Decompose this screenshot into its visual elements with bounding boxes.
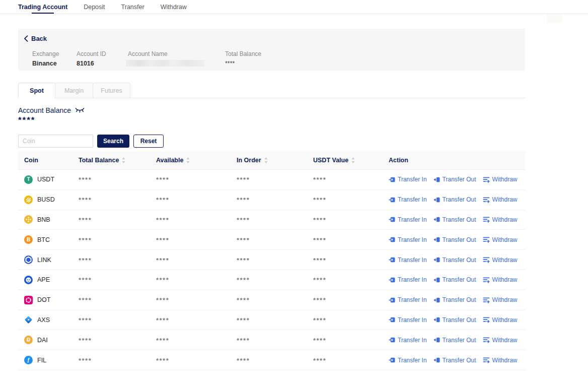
transfer-in-link[interactable]: Transfer In <box>389 337 427 344</box>
sort-carets-icon[interactable] <box>264 157 268 164</box>
transfer-in-link[interactable]: Transfer In <box>389 196 427 203</box>
transfer-in-link[interactable]: Transfer In <box>389 357 427 364</box>
withdraw-icon <box>483 176 490 183</box>
transfer-in-link[interactable]: Transfer In <box>389 176 427 183</box>
table-row-link: LINK **** **** **** **** Transfer In <box>18 250 525 270</box>
masked-value: **** <box>313 316 326 324</box>
coin-cell: ƒ FIL <box>18 356 79 364</box>
transfer-out-link[interactable]: Transfer Out <box>433 357 476 364</box>
coin-glyph: B <box>27 237 30 242</box>
column-header-available[interactable]: Available <box>156 157 237 164</box>
withdraw-link[interactable]: Withdraw <box>483 276 518 283</box>
action-label: Transfer Out <box>443 337 476 344</box>
transfer-in-icon <box>389 236 395 243</box>
tab-spot[interactable]: Spot <box>18 83 55 98</box>
masked-value: **** <box>79 236 92 244</box>
transfer-out-icon <box>433 316 440 323</box>
transfer-in-link[interactable]: Transfer In <box>389 276 427 283</box>
transfer-out-link[interactable]: Transfer Out <box>433 236 476 243</box>
transfer-out-link[interactable]: Transfer Out <box>433 316 476 324</box>
table-row-usdt: T USDT **** **** **** **** Transfer In <box>18 170 525 190</box>
eye-closed-icon[interactable] <box>75 107 85 114</box>
account-header-card: Back Exchange Binance Account ID 81016 A… <box>18 29 525 71</box>
account-field-value: Binance <box>32 60 77 67</box>
masked-value: **** <box>79 216 92 224</box>
withdraw-link[interactable]: Withdraw <box>483 357 518 364</box>
transfer-out-link[interactable]: Transfer Out <box>433 196 476 203</box>
action-cell: Transfer In Transfer Out Withdra <box>389 176 525 183</box>
blurred-artifact <box>547 14 562 23</box>
transfer-out-link[interactable]: Transfer Out <box>433 296 476 303</box>
withdraw-link[interactable]: Withdraw <box>483 176 518 183</box>
nav-item-withdraw[interactable]: Withdraw <box>161 0 187 14</box>
withdraw-link[interactable]: Withdraw <box>483 196 518 203</box>
transfer-out-link[interactable]: Transfer Out <box>433 216 476 223</box>
transfer-out-icon <box>433 357 440 363</box>
transfer-in-link[interactable]: Transfer In <box>389 257 427 264</box>
transfer-in-link[interactable]: Transfer In <box>389 296 427 303</box>
coin-symbol: FIL <box>37 357 46 364</box>
nav-item-trading-account[interactable]: Trading Account <box>18 0 67 14</box>
transfer-out-icon <box>433 257 440 263</box>
masked-value: **** <box>237 216 250 224</box>
fil-coin-icon: ƒ <box>24 356 33 364</box>
sort-carets-icon[interactable] <box>121 157 126 164</box>
transfer-out-icon <box>433 277 440 283</box>
table-header-row: Coin Total Balance Available In Order US… <box>18 151 525 170</box>
column-header-total-balance[interactable]: Total Balance <box>79 157 156 164</box>
transfer-out-link[interactable]: Transfer Out <box>433 276 476 283</box>
transfer-in-link[interactable]: Transfer In <box>389 216 427 223</box>
withdraw-link[interactable]: Withdraw <box>483 236 518 243</box>
withdraw-icon <box>483 257 490 263</box>
balances-table: Coin Total Balance Available In Order US… <box>18 151 525 370</box>
withdraw-icon <box>483 216 490 223</box>
column-header-in-order[interactable]: In Order <box>237 157 313 164</box>
nav-item-deposit[interactable]: Deposit <box>84 0 105 14</box>
transfer-out-icon <box>433 297 440 303</box>
withdraw-icon <box>483 357 490 363</box>
transfer-in-link[interactable]: Transfer In <box>389 316 427 324</box>
withdraw-link[interactable]: Withdraw <box>483 216 518 223</box>
reset-button[interactable]: Reset <box>133 135 164 148</box>
masked-value: **** <box>156 196 169 204</box>
back-button[interactable]: Back <box>24 35 47 42</box>
account-field-label: Total Balance <box>225 50 285 57</box>
action-cell: Transfer In Transfer Out Withdra <box>389 236 525 243</box>
withdraw-icon <box>483 337 490 343</box>
tab-margin[interactable]: Margin <box>55 83 93 98</box>
coin-cell: Ð DAI <box>18 336 79 344</box>
search-button[interactable]: Search <box>97 135 129 148</box>
column-header-usdt-value[interactable]: USDT Value <box>313 157 389 164</box>
withdraw-link[interactable]: Withdraw <box>483 257 518 264</box>
trading-account-page: Trading Account Deposit Transfer Withdra… <box>0 0 588 382</box>
action-label: Transfer In <box>398 296 427 303</box>
action-label: Withdraw <box>492 176 518 183</box>
action-cell: Transfer In Transfer Out Withdra <box>389 216 525 223</box>
masked-value: **** <box>156 357 169 364</box>
transfer-in-icon <box>389 216 395 223</box>
masked-value: **** <box>313 236 326 244</box>
tab-futures[interactable]: Futures <box>93 83 130 98</box>
transfer-out-link[interactable]: Transfer Out <box>433 176 476 183</box>
table-row-axs: AXS **** **** **** **** Transfer In <box>18 310 525 331</box>
action-label: Transfer In <box>398 357 427 364</box>
column-header-label: Action <box>389 157 408 164</box>
coin-cell: B BTC <box>18 235 79 244</box>
masked-value: **** <box>313 176 326 183</box>
transfer-out-link[interactable]: Transfer Out <box>433 337 476 344</box>
account-balance-value: **** <box>18 115 35 125</box>
column-header-coin: Coin <box>18 157 79 164</box>
sort-carets-icon[interactable] <box>186 157 190 164</box>
nav-item-transfer[interactable]: Transfer <box>121 0 144 14</box>
sort-carets-icon[interactable] <box>351 157 355 164</box>
coin-search-input[interactable] <box>18 135 93 148</box>
withdraw-link[interactable]: Withdraw <box>483 337 518 344</box>
bnb-coin-icon <box>24 215 33 224</box>
action-label: Withdraw <box>492 296 518 303</box>
transfer-out-icon <box>433 337 440 343</box>
transfer-out-link[interactable]: Transfer Out <box>433 257 476 264</box>
action-label: Transfer Out <box>443 276 476 283</box>
withdraw-link[interactable]: Withdraw <box>483 316 518 324</box>
withdraw-link[interactable]: Withdraw <box>483 296 518 303</box>
transfer-in-link[interactable]: Transfer In <box>389 236 427 243</box>
